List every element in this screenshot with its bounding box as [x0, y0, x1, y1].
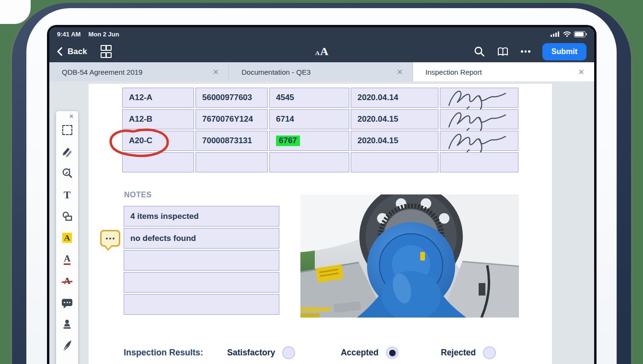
notes-row[interactable] — [124, 272, 279, 293]
comment-tool[interactable] — [56, 292, 78, 313]
stamp-icon — [61, 318, 73, 330]
text-tool-icon: T — [64, 189, 71, 201]
option-label: Satisfactory — [227, 348, 275, 358]
more-options-icon[interactable] — [521, 50, 530, 53]
app-toolbar: Back A A Submit — [49, 41, 594, 62]
tab-label: Inspection Report — [425, 68, 482, 76]
option-accepted[interactable]: Accepted — [341, 346, 399, 359]
shapes-icon — [62, 211, 73, 222]
signature-cell[interactable] — [440, 109, 518, 129]
cellular-signal-icon — [551, 31, 560, 37]
highlight-text-icon: A — [62, 233, 72, 243]
tab-documentation-qe3[interactable]: Documentation - QE3 ✕ — [229, 62, 413, 81]
pen-tool[interactable] — [56, 141, 78, 162]
fountain-pen-icon — [62, 340, 73, 352]
annotation-tool-panel: ✕ T — [56, 111, 78, 364]
table-cell[interactable]: 70000873131 — [195, 131, 268, 151]
pdf-page: A12-A 56000977603 4545 2020.04.14 A12-B … — [89, 84, 552, 364]
table-cell[interactable]: 2020.04.15 — [351, 131, 438, 151]
table-cell[interactable]: A12-B — [122, 109, 194, 129]
table-cell[interactable]: 2020.04.15 — [351, 109, 438, 129]
document-tab-bar: QDB-54 Agreement 2019 ✕ Documentation - … — [49, 62, 594, 81]
loupe-icon — [62, 168, 73, 179]
page-thumbnails-icon[interactable] — [101, 45, 110, 58]
table-cell[interactable]: 6714 — [269, 109, 349, 129]
notes-row[interactable] — [124, 294, 279, 315]
background-card-corner — [0, 0, 31, 24]
bookmarks-icon[interactable] — [497, 47, 509, 57]
tab-close-icon[interactable]: ✕ — [211, 67, 221, 78]
notes-row[interactable]: 4 items inspected — [124, 206, 279, 227]
wifi-icon — [563, 31, 571, 37]
marquee-icon — [62, 125, 72, 135]
status-time: 9:41 AM — [57, 31, 80, 38]
table-cell-circled[interactable]: A20-C — [122, 131, 194, 151]
back-label: Back — [68, 47, 87, 57]
option-label: Accepted — [341, 348, 379, 358]
tab-inspection-report[interactable]: Inspection Report ✕ — [413, 62, 594, 81]
font-small-glyph: A — [315, 49, 320, 57]
highlight-text-tool[interactable]: A — [56, 227, 78, 249]
text-tool[interactable]: T — [56, 184, 78, 205]
loupe-tool[interactable] — [56, 162, 78, 184]
status-bar: 9:41 AM Mon 2 Jun — [49, 27, 594, 41]
battery-icon — [574, 31, 586, 37]
status-date: Mon 2 Jun — [88, 31, 119, 38]
panel-close-icon[interactable]: ✕ — [69, 111, 78, 119]
notes-row[interactable]: no defects found — [124, 228, 279, 249]
chevron-left-icon — [57, 47, 62, 56]
table-cell[interactable]: 4545 — [269, 88, 349, 108]
signature-cell[interactable] — [440, 131, 518, 151]
text-settings-button[interactable]: A A — [315, 45, 329, 58]
table-cell[interactable] — [122, 152, 194, 172]
pen-icon — [61, 146, 73, 158]
underline-text-tool[interactable]: A — [56, 249, 78, 270]
tab-label: Documentation - QE3 — [241, 68, 310, 76]
table-cell[interactable] — [195, 152, 268, 172]
results-label: Inspection Results: — [124, 348, 203, 358]
table-cell[interactable] — [269, 152, 349, 172]
stamp-tool[interactable] — [56, 313, 78, 335]
underline-text-icon: A — [64, 254, 70, 265]
tab-label: QDB-54 Agreement 2019 — [62, 68, 142, 76]
comment-annotation-marker[interactable] — [100, 230, 120, 247]
notes-row[interactable] — [124, 250, 279, 271]
table-cell[interactable] — [351, 152, 438, 172]
table-cell[interactable]: 56000977603 — [195, 88, 268, 108]
table-cell[interactable]: A12-A — [122, 88, 194, 108]
document-viewport: ✕ T — [49, 81, 594, 364]
table-cell[interactable]: 7670076Y124 — [195, 109, 268, 129]
strikethrough-text-tool[interactable]: A — [56, 270, 78, 292]
signature-cell[interactable] — [440, 88, 518, 108]
tab-close-icon[interactable]: ✕ — [576, 67, 586, 78]
option-satisfactory[interactable]: Satisfactory — [227, 346, 295, 359]
option-rejected[interactable]: Rejected — [441, 346, 496, 359]
tab-close-icon[interactable]: ✕ — [395, 67, 405, 78]
search-icon[interactable] — [474, 46, 485, 57]
inspection-results: Inspection Results: Satisfactory Accepte… — [124, 346, 496, 359]
inspection-table: A12-A 56000977603 4545 2020.04.14 A12-B … — [122, 88, 518, 172]
notes-table: 4 items inspected no defects found — [124, 206, 279, 315]
signature-tool[interactable] — [56, 335, 78, 356]
signature-cell[interactable] — [440, 152, 518, 172]
highlighted-value: 6767 — [276, 136, 300, 146]
marketing-background: { "status": {"time": "9:41 AM", "date": … — [0, 0, 643, 364]
option-label: Rejected — [441, 348, 476, 358]
radio-rejected[interactable] — [483, 346, 496, 359]
font-large-glyph: A — [320, 45, 328, 58]
table-cell[interactable]: 2020.04.14 — [351, 88, 438, 108]
radio-satisfactory[interactable] — [282, 346, 295, 359]
comment-icon — [62, 299, 72, 306]
notes-label: NOTES — [124, 191, 152, 199]
ipad-screen: 9:41 AM Mon 2 Jun Back — [47, 25, 597, 364]
strikethrough-text-icon: A — [64, 276, 70, 286]
marquee-select-tool[interactable] — [56, 119, 78, 141]
radio-accepted[interactable] — [386, 346, 399, 359]
back-button[interactable]: Back — [57, 47, 87, 57]
table-cell-highlighted[interactable]: 6767 — [269, 131, 349, 151]
submit-button[interactable]: Submit — [542, 43, 586, 60]
tab-qdb54-agreement[interactable]: QDB-54 Agreement 2019 ✕ — [49, 62, 229, 81]
turbine-photo — [300, 194, 519, 318]
shapes-tool[interactable] — [56, 205, 78, 227]
